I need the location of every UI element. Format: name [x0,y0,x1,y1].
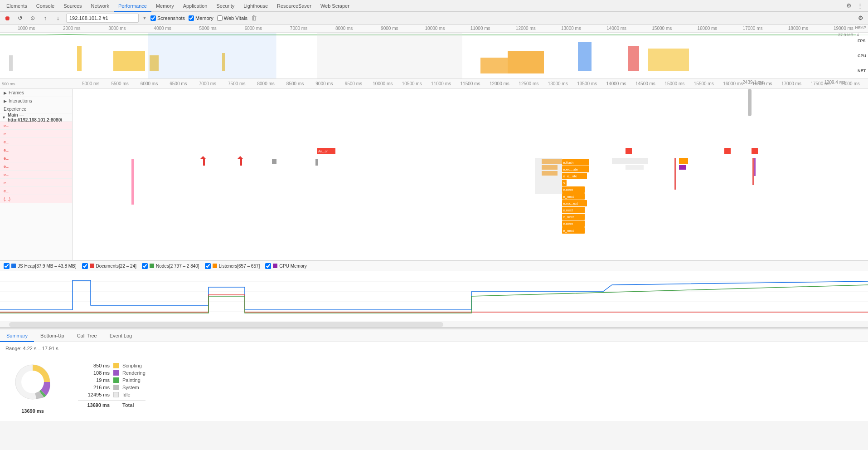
svg-rect-22 [240,159,242,166]
main-subrow-8[interactable]: e... [0,187,72,195]
frames-expand-icon: ▶ [4,91,7,95]
documents-checkbox[interactable] [82,263,88,269]
svg-rect-51 [535,158,562,194]
painting-label: Painting [122,377,141,383]
documents-label: Documents[22 – 24] [96,264,137,269]
tab-resourcesaver[interactable]: ResourceSaver [272,0,316,12]
tab-memory[interactable]: Memory [151,0,179,12]
tab-console[interactable]: Console [32,0,59,12]
clear-button[interactable]: 🗑 [251,15,257,21]
js-heap-checkbox[interactable] [4,263,10,269]
listeners-checkbox[interactable] [205,263,211,269]
refresh-record-button[interactable]: ↺ [15,14,24,23]
tab-lighthouse[interactable]: Lighthouse [239,0,272,12]
main-subrow-0[interactable]: e... [0,122,72,130]
svg-rect-53 [626,165,644,170]
gpu-memory-checkbox[interactable] [265,263,271,269]
nodes-checkbox[interactable] [142,263,148,269]
interactions-row-label[interactable]: ▶ Interactions [0,97,72,105]
svg-rect-24 [272,159,276,164]
screenshots-checkbox-group[interactable]: Screenshots [150,15,185,21]
frames-row-label[interactable]: ▶ Frames [0,89,72,97]
svg-rect-16 [626,148,632,154]
tt-8: 9000 ms [310,81,339,86]
tab-elements[interactable]: Elements [2,0,32,12]
tab-call-tree[interactable]: Call Tree [71,329,103,342]
tab-application[interactable]: Application [179,0,212,12]
tab-security[interactable]: Security [212,0,239,12]
tick-8: 9000 ms [367,26,412,31]
main-subrow-4[interactable]: e... [0,154,72,162]
tt-18: 14000 ms [601,81,630,86]
total-label: Total [122,402,134,408]
tt-10: 10000 ms [368,81,397,86]
tt-9: 9500 ms [339,81,368,86]
svg-text:e_next: e_next [563,215,574,219]
svg-rect-17 [724,148,731,154]
main-subrow-3[interactable]: e... [0,146,72,154]
legend-documents[interactable]: Documents[22 – 24] [82,263,137,269]
svg-rect-57 [752,158,754,185]
legend-row-total: 13690 ms Total [78,400,145,408]
svg-rect-2 [77,46,82,71]
settings-icon[interactable]: ⚙ [844,1,853,10]
horizontal-scrollbar[interactable] [0,322,868,328]
screenshots-checkbox[interactable] [150,15,156,21]
tt-21: 15500 ms [689,81,718,86]
tab-webscraper[interactable]: Web Scraper [316,0,354,12]
record-button[interactable]: ⏺ [3,14,12,23]
legend-js-heap[interactable]: JS Heap[37.9 MB – 43.8 MB] [4,263,77,269]
capture-settings-button[interactable]: ⚙ [856,14,865,23]
svg-marker-21 [200,156,206,159]
timeline-timebar: 500 ms 5000 ms 5500 ms 6000 ms 6500 ms 7… [0,79,868,89]
tab-summary[interactable]: Summary [0,329,34,342]
memory-checkbox[interactable] [189,15,194,21]
rendering-time: 108 ms [78,370,110,376]
interactions-expand-icon: ▶ [4,99,7,103]
memory-chart-svg[interactable] [0,271,868,321]
tick-7: 8000 ms [321,26,367,31]
svg-rect-58 [754,158,756,176]
svg-text:e_next: e_next [563,229,574,233]
legend-listeners[interactable]: Listeners[657 – 657] [205,263,260,269]
nodes-color [150,264,154,268]
experience-label: Experience [4,107,26,112]
main-subrow-1[interactable]: e... [0,130,72,138]
legend-gpu-memory[interactable]: GPU Memory [265,263,307,269]
tab-network[interactable]: Network [87,0,114,12]
svg-rect-60 [0,271,868,321]
performance-toolbar: ⏺ ↺ ⊙ ↑ ↓ ▼ Screenshots Memory Web Vital… [0,12,868,24]
url-input[interactable] [66,14,139,23]
devtools-tabs-bar: Elements Console Sources Network Perform… [0,0,868,12]
webvitals-checkbox-group[interactable]: Web Vitals [217,15,247,21]
main-subrow-5[interactable]: e... [0,162,72,171]
memory-checkbox-group[interactable]: Memory [189,15,213,21]
tab-bottom-up[interactable]: Bottom-Up [34,329,71,342]
main-subrow-6[interactable]: e... [0,171,72,179]
main-section-label[interactable]: ▼ Main — http://192.168.101.2:8080/ [0,113,72,122]
overview-chart[interactable] [0,33,868,79]
memory-chart[interactable] [0,271,868,321]
flame-chart-svg[interactable]: An...on [73,89,868,260]
upload-icon[interactable]: ↑ [41,14,50,23]
svg-text:e.no...ext: e.no...ext [563,201,578,205]
main-subrow-7[interactable]: e... [0,179,72,187]
tick-6: 7000 ms [276,26,321,31]
more-options-icon[interactable]: ⋮ [855,1,864,10]
tick-15: 16000 ms [684,26,730,31]
main-subrow-2[interactable]: e... [0,138,72,146]
timeline-right-panel[interactable]: An...on [73,89,868,260]
tab-performance[interactable]: Performance [114,0,151,12]
main-subrow-9[interactable]: (…) [0,195,72,203]
legend-nodes[interactable]: Nodes[2 797 – 2 840] [142,263,199,269]
webvitals-checkbox[interactable] [217,15,223,21]
tt-20: 15000 ms [660,81,689,86]
screenshots-label: Screenshots [157,15,185,21]
tab-sources[interactable]: Sources [59,0,86,12]
timer-icon[interactable]: ⊙ [28,14,37,23]
svg-rect-54 [674,158,676,190]
svg-text:e.flush: e.flush [563,161,574,165]
download-icon[interactable]: ↓ [53,14,63,23]
svg-rect-7 [480,58,508,73]
tab-event-log[interactable]: Event Log [103,329,139,342]
